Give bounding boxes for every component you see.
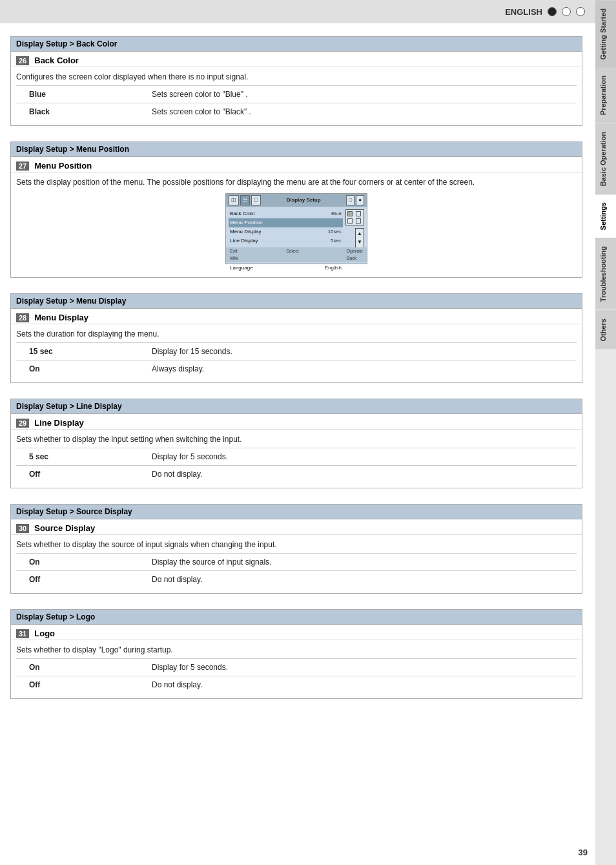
table-row: On Display for 5 seconds. bbox=[16, 659, 577, 676]
section-title-row-menu-position: 27 Menu Position bbox=[11, 157, 582, 172]
table-row: 15 sec Display for 15 seconds. bbox=[16, 343, 577, 360]
sidebar-tab-troubleshooting[interactable]: Troubleshooting bbox=[595, 238, 616, 309]
section-header-back-color: Display Setup > Back Color bbox=[11, 37, 582, 52]
lang-dot-3 bbox=[576, 7, 585, 16]
table-row: On Always display. bbox=[16, 360, 577, 378]
section-desc-source-display: Sets whether to display the source of in… bbox=[11, 535, 582, 593]
section-header-menu-display: Display Setup > Menu Display bbox=[11, 294, 582, 309]
section-title-row-menu-display: 28 Menu Display bbox=[11, 309, 582, 324]
section-num-source-display: 30 bbox=[16, 524, 29, 533]
sidebar-tab-settings[interactable]: Settings bbox=[595, 194, 616, 238]
section-logo: Display Setup > Logo 31 Logo Sets whethe… bbox=[10, 609, 582, 699]
section-title-menu-display: Menu Display bbox=[34, 313, 88, 322]
table-row: On Display the source of input signals. bbox=[16, 554, 577, 571]
sidebar-tab-preparation[interactable]: Preparation bbox=[595, 67, 616, 123]
menu-grid-inner bbox=[347, 211, 362, 224]
option-desc: Do not display. bbox=[145, 571, 577, 589]
option-desc: Always display. bbox=[145, 360, 577, 378]
option-value: Blue bbox=[16, 86, 145, 103]
table-row: 5 sec Display for 5 seconds. bbox=[16, 448, 577, 466]
section-title-row-logo: 31 Logo bbox=[11, 625, 582, 640]
lang-dot-2 bbox=[562, 7, 571, 16]
section-source-display: Display Setup > Source Display 30 Source… bbox=[10, 504, 582, 594]
menu-list: Back ColorBlue Menu Position Menu Displa… bbox=[227, 208, 344, 274]
option-desc: Display for 15 seconds. bbox=[145, 343, 577, 360]
option-table-menu-display: 15 sec Display for 15 seconds. On Always… bbox=[16, 342, 577, 377]
section-desc-back-color: Configures the screen color displayed wh… bbox=[11, 67, 582, 125]
option-desc: Sets screen color to "Black" . bbox=[145, 103, 577, 121]
section-desc-menu-display: Sets the duration for displaying the men… bbox=[11, 324, 582, 382]
option-value: Off bbox=[16, 676, 145, 694]
menu-image-container: ◫ ☷ ☐ Display Setup □ ● Back ColorBlue M… bbox=[16, 188, 577, 272]
section-line-display: Display Setup > Line Display 29 Line Dis… bbox=[10, 399, 582, 488]
lang-dot-1 bbox=[548, 7, 557, 16]
section-title-back-color: Back Color bbox=[34, 56, 79, 65]
option-desc: Sets screen color to "Blue" . bbox=[145, 86, 577, 103]
section-num-line-display: 29 bbox=[16, 419, 29, 428]
menu-row-backcolor: Back ColorBlue bbox=[229, 209, 343, 218]
option-value: Black bbox=[16, 103, 145, 121]
section-title-menu-position: Menu Position bbox=[34, 161, 92, 171]
section-num-back-color: 26 bbox=[16, 56, 29, 65]
icon-box-3: ☐ bbox=[251, 195, 261, 205]
table-row: Black Sets screen color to "Black" . bbox=[16, 103, 577, 121]
option-table-source-display: On Display the source of input signals. … bbox=[16, 553, 577, 588]
page-number: 39 bbox=[579, 848, 588, 857]
menu-operate-label: OperateBack bbox=[347, 248, 363, 262]
section-back-color: Display Setup > Back Color 26 Back Color… bbox=[10, 36, 582, 126]
option-desc: Display the source of input signals. bbox=[145, 554, 577, 571]
table-row: Off Do not display. bbox=[16, 676, 577, 694]
option-value: On bbox=[16, 360, 145, 378]
section-title-logo: Logo bbox=[34, 629, 55, 638]
option-value: Off bbox=[16, 466, 145, 483]
section-desc-line-display: Sets whether to display the input settin… bbox=[11, 430, 582, 488]
menu-display-setup-label: Display Setup bbox=[262, 196, 345, 204]
section-header-label-back-color: Display Setup > Back Color bbox=[16, 39, 117, 48]
section-header-label-logo: Display Setup > Logo bbox=[16, 612, 95, 621]
section-num-menu-display: 28 bbox=[16, 313, 29, 322]
menu-bottom-bar: ExitWiki Select OperateBack bbox=[226, 247, 367, 262]
section-header-label-source-display: Display Setup > Source Display bbox=[16, 507, 132, 516]
section-num-logo: 31 bbox=[16, 629, 29, 638]
section-title-line-display: Line Display bbox=[34, 418, 84, 428]
icon-box-2: ☷ bbox=[240, 195, 250, 205]
option-desc: Display for 5 seconds. bbox=[145, 448, 577, 466]
table-row: Off Do not display. bbox=[16, 466, 577, 483]
menu-screenshot: ◫ ☷ ☐ Display Setup □ ● Back ColorBlue M… bbox=[225, 193, 367, 264]
sidebar-tab-others[interactable]: Others bbox=[595, 310, 616, 349]
section-title-source-display: Source Display bbox=[34, 523, 95, 533]
section-title-row-line-display: 29 Line Display bbox=[11, 414, 582, 430]
sidebar-tab-getting-started[interactable]: Getting Started bbox=[595, 0, 616, 67]
option-value: On bbox=[16, 659, 145, 676]
section-menu-position: Display Setup > Menu Position 27 Menu Po… bbox=[10, 141, 582, 278]
section-menu-display: Display Setup > Menu Display 28 Menu Dis… bbox=[10, 293, 582, 383]
section-title-row-back-color: 26 Back Color bbox=[11, 52, 582, 67]
main-content: Display Setup > Back Color 26 Back Color… bbox=[0, 23, 595, 865]
section-header-line-display: Display Setup > Line Display bbox=[11, 399, 582, 414]
language-indicator: ENGLISH bbox=[505, 7, 585, 17]
option-value: 5 sec bbox=[16, 448, 145, 466]
section-title-row-source-display: 30 Source Display bbox=[11, 519, 582, 535]
menu-row-linedisplay: Line Display5sec bbox=[229, 236, 343, 245]
option-table-line-display: 5 sec Display for 5 seconds. Off Do not … bbox=[16, 448, 577, 483]
icon-box-1: ◫ bbox=[229, 195, 239, 205]
menu-top-icons: ◫ ☷ ☐ Display Setup □ ● bbox=[226, 194, 367, 207]
menu-row-menuposition: Menu Position bbox=[229, 218, 343, 227]
section-desc-logo: Sets whether to display "Logo" during st… bbox=[11, 640, 582, 698]
section-header-menu-position: Display Setup > Menu Position bbox=[11, 142, 582, 157]
section-num-menu-position: 27 bbox=[16, 162, 29, 171]
section-header-source-display: Display Setup > Source Display bbox=[11, 505, 582, 519]
right-sidebar: Getting Started Preparation Basic Operat… bbox=[595, 0, 616, 865]
arrow-down: ▼ bbox=[357, 238, 362, 246]
section-header-label-menu-position: Display Setup > Menu Position bbox=[16, 145, 129, 154]
section-header-label-line-display: Display Setup > Line Display bbox=[16, 402, 122, 411]
section-desc-menu-position: Sets the display position of the menu. T… bbox=[11, 172, 582, 277]
grid-tl bbox=[347, 211, 353, 216]
menu-select-label: Select bbox=[286, 248, 298, 262]
language-label: ENGLISH bbox=[505, 7, 542, 17]
sidebar-tab-basic-operation[interactable]: Basic Operation bbox=[595, 123, 616, 194]
menu-body: Back ColorBlue Menu Position Menu Displa… bbox=[226, 207, 367, 275]
table-row: Blue Sets screen color to "Blue" . bbox=[16, 86, 577, 103]
grid-tr bbox=[356, 211, 361, 216]
menu-side-controls: ▲ ▼ bbox=[344, 208, 365, 274]
